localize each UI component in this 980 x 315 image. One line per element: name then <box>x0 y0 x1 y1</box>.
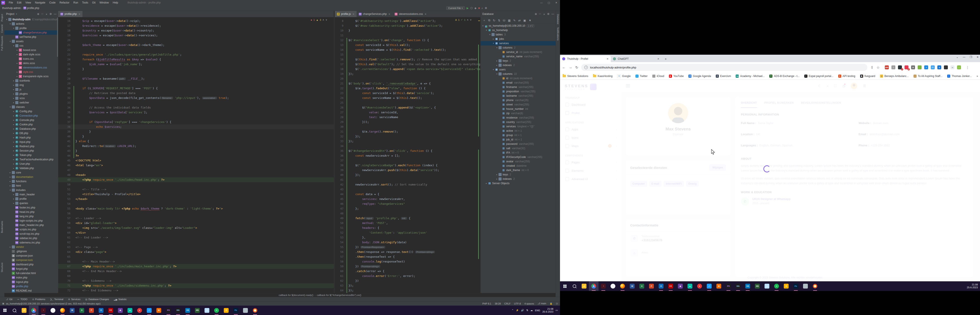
bookmark-api-testing[interactable]: AAPI testing <box>838 75 855 78</box>
reload-icon[interactable]: ↻ <box>575 65 578 70</box>
bookmark-beroeps-ambulanc-[interactable]: ▲Beroeps Ambulanc... <box>880 75 909 78</box>
taskbar-app-phpstorm[interactable]: PS <box>724 281 733 291</box>
tree-item-transparent-style-scss[interactable]: ▸Stransparent-style.scss <box>5 74 58 78</box>
tree-item-dark-theme[interactable]: ▥dark_themeint = 0 <box>480 168 556 172</box>
menu-tools[interactable]: Tools <box>80 1 90 4</box>
project-scrollbar[interactable] <box>57 18 58 57</box>
tree-item-includes[interactable]: ▾includes <box>5 188 58 192</box>
minimize-icon[interactable]: — <box>963 56 965 59</box>
browser-tab-chatgpt[interactable]: ChatGPT ✕ <box>611 56 662 62</box>
taskbar-app-spotify[interactable]: ≈ <box>212 305 221 315</box>
bookmark-youtube[interactable]: ▶YouTube <box>669 75 684 78</box>
tree-item-lastname[interactable]: ▥lastnamevarchar(255) <box>480 94 556 98</box>
tree-item-settheme-php[interactable]: PHPsetTheme.php <box>5 35 58 39</box>
close-tab-icon[interactable]: ✕ <box>78 13 80 15</box>
taskbar-app-steam-check[interactable]: ✓ <box>704 281 714 291</box>
toolwindow-git[interactable]: ⎇Git <box>6 298 13 301</box>
share-icon[interactable]: ⇪ <box>870 65 873 70</box>
tree-item-users[interactable]: ▾▦users <box>480 67 556 72</box>
extension-icon-2[interactable]: ? <box>891 65 895 69</box>
bookmark-google[interactable]: GGoogle <box>617 74 631 78</box>
menu-navigate[interactable]: Navigate <box>33 1 47 4</box>
tree-item-job-id[interactable]: ▥job_idint = 1 <box>480 137 556 142</box>
tree-item-session-php[interactable]: ▸CSession.php <box>5 148 58 153</box>
tree-item-twofactorauthentication-php[interactable]: ▸CTwoFactorAuthentication.php <box>5 157 58 162</box>
indent-style[interactable]: 4 spaces <box>524 302 534 305</box>
expand-all-icon[interactable]: 𝄘 <box>539 13 541 16</box>
hide-icon[interactable]: — <box>54 13 56 16</box>
collapse-all-icon[interactable]: ⌅ <box>45 13 48 16</box>
taskbar-app-shield-app[interactable]: S <box>781 281 791 291</box>
taskbar-clock[interactable]: 21:0825-6-2023 <box>542 307 553 313</box>
breadcrumb-callback-2[interactable]: callback for $("#changeServicesBtn").on(… <box>317 294 361 296</box>
menu-run[interactable]: Run <box>71 1 80 4</box>
run-button[interactable]: ▶ <box>466 6 469 10</box>
tree-item-icons-css[interactable]: CSSicons.css <box>5 57 58 61</box>
tree-item-changeservices-php[interactable]: PHPchangeServices.php <box>5 30 58 35</box>
taskbar-app-hs-app[interactable]: HS <box>192 305 202 315</box>
taskbar-app-word[interactable]: W <box>627 281 637 291</box>
filter-icon[interactable]: ▼ <box>528 19 531 22</box>
taskbar-app-filezilla[interactable]: FZ <box>106 305 116 315</box>
taskbar-app-firefox[interactable] <box>618 281 627 291</box>
tree-item-keys[interactable]: ▸keys2 <box>480 59 556 63</box>
code-editor-profile-js[interactable]: 8 $('#tab3security-settings').addClass("… <box>335 17 480 293</box>
breadcrumb-file[interactable]: profile.php <box>27 6 39 10</box>
tree-item-composer-lock[interactable]: {}composer.lock <box>5 258 58 262</box>
taskbar-app-explorer[interactable]: 📁 <box>579 281 589 291</box>
bookmark-google-agenda[interactable]: 25Google Agenda <box>689 75 711 78</box>
toolwindow-database[interactable]: Database <box>557 14 559 24</box>
tree-item-group[interactable]: ▥groupint = 1 <box>480 133 556 137</box>
taskbar-app-purple-app[interactable]: ◆ <box>676 281 685 291</box>
taskbar-app-filezilla[interactable]: FZ <box>666 281 676 291</box>
tree-item-database-php[interactable]: ▸CDatabase.php <box>5 127 58 131</box>
taskbar-app-outlook[interactable]: O <box>656 281 666 291</box>
tree-item-thuishulp-admin[interactable]: ▾thuishulp-adminE:\xampp\htdocs\thuishul <box>5 17 58 22</box>
tree-item-created[interactable]: ▥createddatetime <box>480 164 556 168</box>
taskbar-app-gray-app[interactable] <box>800 281 810 291</box>
taskbar-app-outlook[interactable]: O <box>96 305 106 315</box>
tree-item-house-number[interactable]: ▥house_numberint <box>480 107 556 111</box>
tree-item-config-php[interactable]: ▸CConfig.php <box>5 109 58 113</box>
tree-item-service-id[interactable]: ▥service_idint (auto increment) <box>480 50 556 54</box>
menu-edit[interactable]: Edit <box>15 1 24 4</box>
toolwindow-structure[interactable]: Structure <box>1 262 3 272</box>
extension-icon-1[interactable]: ABP <box>885 65 889 69</box>
extension-icon-4[interactable]: 3 <box>905 65 908 69</box>
menu-help[interactable]: Help <box>111 1 120 4</box>
tree-item-vendor[interactable]: ▸vendor <box>5 245 58 249</box>
tree-item-user-php[interactable]: ▸CUser.php <box>5 162 58 166</box>
tree-item-sidemenu-inc-php[interactable]: PHPsidemenu.inc.php <box>5 240 58 245</box>
tree-item-profile-php[interactable]: PHPprofile.php <box>5 284 58 288</box>
tab-changeservices-php[interactable]: PHPchangeServices.php✕ <box>356 11 393 17</box>
tree-item-tables[interactable]: ▾tables3 <box>480 32 556 37</box>
back-icon[interactable]: ← <box>562 65 566 69</box>
tree-item-phone[interactable]: ▥phonevarchar(25) <box>480 98 556 102</box>
maximize-icon[interactable]: ▢ <box>545 0 552 5</box>
tree-item-core[interactable]: ▸core <box>5 170 58 175</box>
tree-item-skins-scss[interactable]: ▸Sskins.scss <box>5 61 58 65</box>
close-tab-icon[interactable]: ✕ <box>388 13 390 15</box>
extension-icon-8[interactable]: FT <box>931 65 935 69</box>
tree-item-dark-style-scss[interactable]: ▸Sdark-style.scss <box>5 52 58 57</box>
tree-item-token-php[interactable]: ▸CToken.php <box>5 153 58 157</box>
tree-item-salt[interactable]: ▥saltvarchar(32) <box>480 146 556 151</box>
taskbar-app-color-ring-app[interactable] <box>250 305 260 315</box>
forward-icon[interactable]: → <box>569 65 572 69</box>
duplicate-icon[interactable]: ⧉ <box>488 19 490 22</box>
close-tab-icon[interactable]: ✕ <box>606 57 609 60</box>
taskbar-app-steam-check[interactable]: ✓ <box>144 305 154 315</box>
taskbar-app-orange-app[interactable]: M <box>154 305 164 315</box>
tree-item-columns[interactable]: ▾columns2 <box>480 46 556 50</box>
tree-item-preposition[interactable]: ▥prepositionvarchar(255) <box>480 89 556 94</box>
tree-item-assets[interactable]: ▾assets <box>5 39 58 43</box>
tree-item-columns[interactable]: ▾columns22 <box>480 72 556 76</box>
taskbar-clock[interactable]: 21:0825-6-2023 <box>967 283 978 289</box>
tree-item-readme-md[interactable]: MDREADME.md <box>5 288 58 293</box>
lock-icon[interactable]: 🔒 <box>550 302 552 305</box>
tree-item-cookie-php[interactable]: ▸CCookie.php <box>5 122 58 127</box>
toolwindow-database-changes[interactable]: ▤Database Changes <box>85 298 109 301</box>
menu-git[interactable]: Git <box>90 1 97 4</box>
toolwindow-terminal[interactable]: ❯_Terminal <box>50 298 64 301</box>
tree-item-footer-inc-php[interactable]: PHPfooter.inc.php <box>5 205 58 210</box>
